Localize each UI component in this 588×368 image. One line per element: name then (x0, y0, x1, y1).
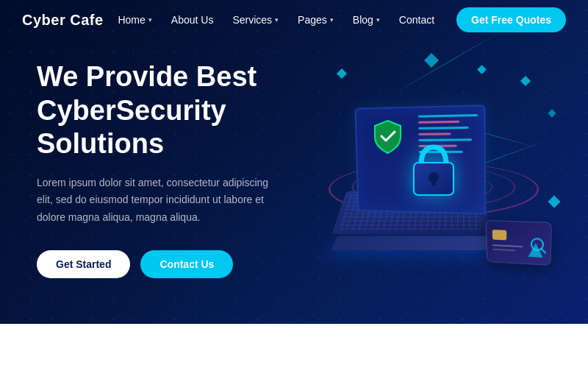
nav-links: Home ▾ About Us Services ▾ Pages ▾ Blog (110, 10, 442, 30)
navbar: Cyber Cafe Home ▾ About Us Services ▾ Pa… (0, 0, 588, 40)
chevron-down-icon: ▾ (330, 16, 334, 24)
get-free-quotes-button[interactable]: Get Free Quotes (456, 7, 566, 32)
hero-illustration (294, 29, 573, 294)
floating-cube-2 (424, 53, 439, 68)
hero-section: We Provide Best CyberSecurity Solutions … (0, 0, 588, 324)
hero-buttons: Get Started Contact Us (37, 250, 294, 278)
chevron-down-icon: ▾ (275, 16, 279, 24)
code-line (418, 127, 469, 130)
code-line (418, 121, 459, 124)
brand-logo[interactable]: Cyber Cafe (22, 12, 104, 29)
hero-content: We Provide Best CyberSecurity Solutions … (0, 16, 294, 308)
hero-title: We Provide Best CyberSecurity Solutions (37, 60, 294, 161)
nav-item-about[interactable]: About Us (164, 10, 221, 30)
chevron-down-icon: ▾ (376, 16, 380, 24)
nav-item-pages[interactable]: Pages ▾ (290, 10, 341, 30)
laptop-base (331, 236, 498, 250)
floating-cube-5 (548, 196, 561, 208)
nav-item-services[interactable]: Services ▾ (225, 10, 286, 30)
get-started-button[interactable]: Get Started (37, 250, 130, 278)
floating-cube-1 (337, 68, 347, 79)
floating-cube-3 (520, 76, 531, 86)
code-line (418, 132, 451, 135)
iso-scene (294, 29, 573, 294)
floating-cube-4 (548, 109, 556, 117)
chevron-down-icon: ▾ (148, 16, 152, 24)
svg-rect-2 (431, 177, 436, 186)
svg-rect-3 (487, 221, 552, 266)
contact-us-button[interactable]: Contact Us (140, 250, 233, 278)
svg-rect-4 (492, 230, 507, 240)
nav-item-contact[interactable]: Contact (392, 10, 442, 30)
code-line (418, 114, 478, 118)
floating-cube-6 (477, 65, 487, 74)
bottom-section (0, 324, 588, 368)
hero-description: Lorem ipsum dolor sit amet, consectetur … (37, 174, 287, 227)
nav-item-blog[interactable]: Blog ▾ (345, 10, 387, 30)
lock-icon (408, 137, 459, 206)
card-badge (486, 220, 552, 266)
nav-item-home[interactable]: Home ▾ (110, 10, 159, 30)
shield-icon (371, 118, 404, 158)
